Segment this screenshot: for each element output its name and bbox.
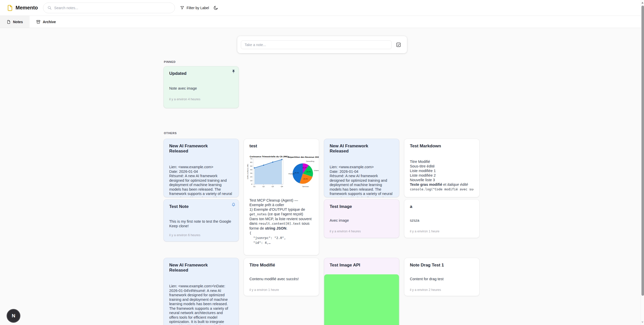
- header: Memento Filter by Label: [0, 0, 644, 16]
- svg-text:60: 60: [250, 161, 252, 163]
- svg-text:Licences: Licences: [314, 169, 319, 171]
- filter-button-label: Filter by Label: [187, 6, 209, 10]
- note-composer[interactable]: [237, 36, 407, 53]
- note-chart-images: Croissance Trimestrielle du CA (M€) 0 10: [246, 155, 316, 190]
- svg-text:50: 50: [250, 165, 252, 167]
- svg-text:10.0%: 10.0%: [302, 167, 307, 168]
- note-title: New AI Framework Released: [169, 144, 233, 154]
- search-icon: [47, 6, 52, 10]
- tab-archive-label: Archive: [43, 20, 56, 24]
- scrollbar-down-arrow[interactable]: [641, 321, 643, 323]
- tab-notes[interactable]: Notes: [0, 16, 30, 28]
- scrollbar-up-arrow[interactable]: [641, 2, 643, 4]
- chart-title: Croissance Trimestrielle du CA (M€): [250, 156, 288, 158]
- svg-text:0: 0: [251, 183, 252, 185]
- note-body: Titre ModifiéSous-titre éditéListe modif…: [410, 159, 474, 192]
- user-avatar[interactable]: N: [7, 309, 20, 323]
- note-body: szsza: [410, 218, 474, 223]
- note-logo-icon: [7, 5, 13, 11]
- tab-archive[interactable]: Archive: [30, 16, 62, 28]
- others-board: New AI Framework Released Lien: <www.exa…: [163, 139, 481, 325]
- note-body: Lien: <www.example.com> Date: 2026-01-04…: [169, 165, 233, 197]
- reminder-bell-icon[interactable]: [231, 203, 236, 208]
- note-card-ai-framework-2[interactable]: New AI Framework Released Lien: <www.exa…: [324, 139, 399, 197]
- note-timestamp: il y a environ 4 heures: [330, 230, 393, 233]
- dark-mode-toggle[interactable]: [213, 5, 218, 10]
- note-card-test[interactable]: test Croissance Trimestrielle du CA (M€): [244, 139, 319, 255]
- tab-notes-label: Notes: [13, 20, 23, 24]
- note-timestamp: il y a environ 1 heure: [250, 288, 313, 292]
- note-title: Updated: [169, 71, 233, 76]
- note-body: Contenu modifié avec succès!: [250, 277, 313, 281]
- notes-tab-icon: [7, 20, 11, 24]
- svg-text:Services: Services: [302, 186, 309, 187]
- note-title: New AI Framework Released: [169, 263, 233, 273]
- note-card-ai-framework-1[interactable]: New AI Framework Released Lien: <www.exa…: [163, 139, 239, 197]
- app-window: Memento Filter by Label Notes Archive: [0, 0, 644, 325]
- search-bar[interactable]: [43, 3, 175, 13]
- svg-text:30: 30: [250, 172, 252, 174]
- note-title: New AI Framework Released: [330, 144, 393, 154]
- take-a-note-input[interactable]: [241, 40, 392, 49]
- note-title: Test Note: [169, 204, 233, 209]
- note-body: Avec image: [330, 218, 393, 223]
- note-attached-image: [324, 274, 399, 325]
- note-title: test: [250, 144, 313, 149]
- note-timestamp: il y a environ 2 heures: [410, 288, 474, 292]
- svg-text:Q2: Q2: [262, 186, 265, 187]
- note-card-test-image[interactable]: Test Image Avec image il y a environ 4 h…: [324, 199, 399, 238]
- note-body: Test MCP Cleanup (Agent) — Exemple prêt …: [250, 198, 313, 245]
- svg-text:Q1: Q1: [253, 186, 255, 187]
- note-title: Test Image: [330, 204, 393, 209]
- svg-text:25.0%: 25.0%: [303, 178, 308, 180]
- note-body: Content for drag test: [410, 277, 474, 281]
- new-checklist-button[interactable]: [396, 42, 401, 48]
- note-title: Titre Modifié: [250, 263, 313, 268]
- note-body: This is my first note to test the Google…: [169, 219, 233, 228]
- note-card-ai-framework-3[interactable]: New AI Framework Released Lien: <www.exa…: [163, 258, 239, 325]
- note-card-test-markdown[interactable]: Test Markdown Titre ModifiéSous-titre éd…: [404, 139, 479, 197]
- line-chart-croissance: Croissance Trimestrielle du CA (M€) 0 10: [246, 155, 285, 190]
- svg-text:40: 40: [250, 169, 252, 171]
- svg-text:20: 20: [250, 176, 252, 178]
- svg-text:Produits: Produits: [289, 173, 295, 175]
- svg-text:Q3: Q3: [271, 186, 274, 187]
- svg-text:20.0%: 20.0%: [306, 171, 311, 173]
- pinned-board: Updated Note avec image il y a environ 4…: [163, 66, 481, 108]
- note-card-titre-modifie[interactable]: Titre Modifié Contenu modifié avec succè…: [244, 258, 319, 296]
- note-title: Test Markdown: [410, 144, 474, 149]
- svg-text:Consulting: Consulting: [306, 160, 314, 162]
- note-body: Lien: <www.example.com>\nDate: 2026-01-0…: [169, 284, 233, 325]
- search-input[interactable]: [54, 6, 171, 10]
- archive-tab-icon: [36, 20, 40, 24]
- tab-bar: Notes Archive: [0, 16, 644, 28]
- filter-by-label-button[interactable]: Filter by Label: [180, 6, 209, 10]
- svg-text:45.0%: 45.0%: [294, 172, 299, 174]
- note-body: Note avec image: [169, 86, 233, 91]
- scrollbar-thumb[interactable]: [641, 6, 644, 296]
- pie-chart-revenus: Répartition des Revenus 2024 10.0% 20.0%…: [288, 155, 319, 188]
- filter-funnel-icon: [180, 6, 184, 10]
- note-timestamp: il y a environ 4 heures: [169, 97, 233, 101]
- svg-text:70: 70: [250, 158, 252, 160]
- note-title: Note Drag Test 1: [410, 263, 474, 268]
- note-card-test-image-api[interactable]: Test Image API: [324, 258, 399, 325]
- note-body: Lien: <www.example.com> Date: 2026-01-04…: [330, 165, 393, 197]
- note-card-a[interactable]: a szsza il y a environ 1 heure: [404, 199, 479, 238]
- app-logo: Memento: [7, 5, 38, 11]
- vertical-scrollbar[interactable]: [641, 0, 644, 325]
- note-title: Test Image API: [330, 263, 393, 268]
- main-content: PINNED Updated Note avec image il y a en…: [163, 36, 481, 325]
- checkbox-icon: [396, 42, 401, 48]
- note-card-drag-test[interactable]: Note Drag Test 1 Content for drag test i…: [404, 258, 479, 296]
- pin-icon[interactable]: [231, 69, 236, 75]
- note-card-updated[interactable]: Updated Note avec image il y a environ 4…: [163, 66, 239, 108]
- chart-ylabel: Chiffre d'affaires (M€): [247, 164, 249, 179]
- pinned-section-label: PINNED: [164, 60, 481, 63]
- svg-text:Q4: Q4: [281, 186, 283, 187]
- note-timestamp: il y a environ 1 heure: [410, 230, 474, 233]
- note-timestamp: il y a environ 6 heures: [169, 233, 233, 237]
- app-title: Memento: [16, 5, 38, 11]
- note-card-test-note[interactable]: Test Note This is my first note to test …: [163, 199, 239, 242]
- others-section-label: OTHERS: [164, 132, 481, 135]
